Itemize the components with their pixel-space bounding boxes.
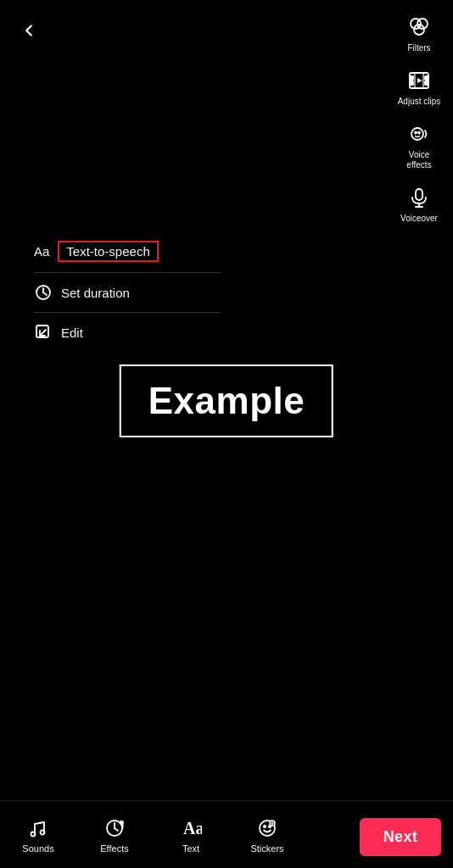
- example-text-box: Example: [120, 364, 333, 437]
- back-button[interactable]: [14, 15, 44, 46]
- filters-icon: [405, 14, 433, 41]
- sounds-label: Sounds: [22, 843, 53, 854]
- svg-point-30: [269, 825, 271, 826]
- svg-rect-4: [410, 76, 413, 80]
- svg-rect-7: [425, 81, 428, 85]
- svg-rect-14: [416, 189, 422, 200]
- set-duration-label: Set duration: [61, 286, 130, 300]
- svg-rect-6: [410, 81, 413, 85]
- tab-stickers[interactable]: Stickers: [229, 810, 305, 860]
- svg-line-26: [115, 828, 118, 831]
- next-button[interactable]: Next: [360, 818, 441, 856]
- context-menu: Aa Text-to-speech Set duration Edit: [34, 231, 221, 352]
- text-icon: Aa: [179, 816, 203, 840]
- svg-line-19: [43, 292, 47, 295]
- svg-point-2: [414, 25, 424, 35]
- svg-rect-5: [425, 76, 428, 80]
- example-text: Example: [148, 380, 305, 422]
- svg-point-1: [417, 19, 428, 29]
- voice-effects-label: Voiceeffects: [406, 150, 431, 170]
- voiceover-icon: [405, 184, 433, 211]
- effects-icon: [103, 816, 126, 840]
- edit-label: Edit: [61, 326, 83, 340]
- voiceover-label: Voiceover: [400, 214, 438, 224]
- tab-text[interactable]: Aa Text: [153, 810, 229, 860]
- voice-effects-icon: [405, 120, 433, 147]
- text-label: Text: [182, 843, 199, 854]
- tts-prefix: Aa: [34, 244, 49, 259]
- tab-effects[interactable]: Effects: [76, 810, 153, 860]
- edit-item[interactable]: Edit: [34, 313, 221, 352]
- right-toolbar: Filters ▶ Adjust clips: [392, 8, 446, 229]
- text-to-speech-label: Text-to-speech: [58, 241, 158, 262]
- adjust-clips-icon: ▶: [405, 67, 433, 94]
- svg-point-22: [31, 832, 36, 836]
- clock-icon: [34, 283, 53, 302]
- svg-point-29: [264, 825, 266, 826]
- stickers-icon: [255, 816, 279, 840]
- adjust-clips-button[interactable]: ▶ Adjust clips: [392, 62, 446, 112]
- adjust-clips-label: Adjust clips: [398, 97, 441, 107]
- music-icon: [26, 816, 50, 840]
- edit-icon: [34, 323, 53, 342]
- effects-label: Effects: [100, 843, 128, 854]
- text-to-speech-item[interactable]: Aa Text-to-speech: [34, 231, 221, 273]
- filters-label: Filters: [407, 43, 430, 53]
- svg-point-11: [411, 128, 423, 140]
- voiceover-button[interactable]: Voiceover: [392, 179, 446, 229]
- svg-text:▶: ▶: [417, 77, 422, 83]
- svg-point-23: [41, 830, 45, 834]
- voice-effects-button[interactable]: Voiceeffects: [392, 115, 446, 175]
- svg-text:Aa: Aa: [183, 819, 202, 837]
- svg-line-21: [40, 330, 46, 336]
- tab-sounds[interactable]: Sounds: [0, 810, 76, 860]
- stickers-label: Stickers: [250, 843, 283, 854]
- svg-point-12: [415, 132, 417, 134]
- svg-point-13: [418, 132, 420, 134]
- filters-button[interactable]: Filters: [392, 8, 446, 58]
- set-duration-item[interactable]: Set duration: [34, 273, 221, 313]
